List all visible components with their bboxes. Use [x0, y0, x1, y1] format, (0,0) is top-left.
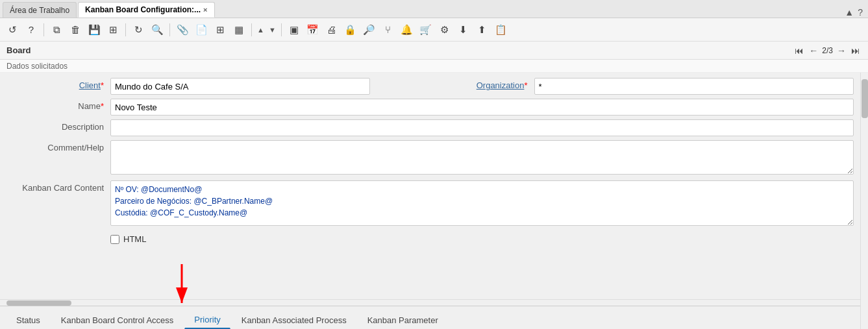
sub-header-text: Dados solicitados: [6, 62, 68, 71]
nav-first-icon[interactable]: ⏮: [793, 45, 805, 56]
board-header: Board ⏮ ← 2/3 → ⏭: [0, 42, 868, 60]
tab-kanban-config[interactable]: Kanban Board Configuration:... ×: [78, 2, 214, 18]
print-icon[interactable]: 🖨: [323, 21, 340, 38]
main-area: Client* Organization*: [0, 73, 860, 329]
tab-kanban-label: Kanban Board Configuration:...: [85, 5, 201, 14]
nav-prev-icon[interactable]: ←: [808, 45, 819, 56]
tab-priority[interactable]: Priority: [184, 311, 230, 329]
h-scroll-thumb: [6, 300, 71, 306]
main-toolbar: ↺ ? ⧉ 🗑 💾 ⊞ ↻ 🔍 📎 📄 ⊞ ▦ ▲ ▼ ▣ 📅 🖨 🔒 🔎 ⑂ …: [0, 18, 868, 42]
save-icon[interactable]: 💾: [86, 21, 103, 38]
sep2: [125, 23, 126, 36]
tree-icon[interactable]: ⑂: [380, 21, 397, 38]
refresh-icon[interactable]: ↻: [130, 21, 147, 38]
tab-kanban-param[interactable]: Kanban Parameter: [358, 311, 448, 329]
description-label: Description: [6, 119, 110, 132]
tab-kanban-control-label: Kanban Board Control Access: [61, 315, 173, 325]
name-req: *: [101, 101, 104, 111]
org-link[interactable]: Organization: [477, 80, 525, 90]
board-nav: ⏮ ← 2/3 → ⏭: [793, 45, 862, 56]
v-scrollbar[interactable]: [860, 73, 868, 329]
name-input[interactable]: [110, 99, 854, 116]
tab-area-de-trabalho[interactable]: Área de Trabalho: [3, 2, 77, 18]
tab-status[interactable]: Status: [6, 311, 50, 329]
name-label-text: Name: [78, 101, 101, 111]
comment-row: Comment/Help: [0, 140, 860, 177]
client-field: [110, 78, 370, 95]
form-content: Client* Organization*: [0, 73, 860, 299]
lock-icon[interactable]: 🔒: [342, 21, 359, 38]
nav-next-icon[interactable]: →: [836, 45, 847, 56]
client-req: *: [101, 80, 104, 90]
help-icon[interactable]: ?: [23, 21, 40, 38]
kanban-content-field: [110, 180, 854, 228]
v-scroll-thumb: [862, 79, 868, 118]
cart-icon[interactable]: 🛒: [417, 21, 434, 38]
sep5: [281, 23, 282, 36]
download-icon[interactable]: ⬇: [455, 21, 472, 38]
gear-icon[interactable]: ⚙: [436, 21, 453, 38]
kanban-content-label-text: Kanban Card Content: [22, 183, 104, 193]
kanban-content-label: Kanban Card Content: [6, 180, 110, 193]
comment-label: Comment/Help: [6, 140, 110, 152]
html-label: HTML: [123, 234, 146, 244]
sep4: [251, 23, 252, 36]
upload-icon[interactable]: ⬆: [474, 21, 491, 38]
delete-icon[interactable]: 🗑: [67, 21, 84, 38]
nav-last-icon[interactable]: ⏭: [850, 45, 862, 56]
copy-icon[interactable]: ⧉: [48, 21, 65, 38]
grid-icon[interactable]: ⊞: [212, 21, 229, 38]
description-label-text: Description: [62, 122, 104, 132]
topright-help-icon[interactable]: ?: [858, 7, 863, 18]
comment-field: [110, 140, 854, 177]
back-icon[interactable]: ↺: [4, 21, 21, 38]
client-input[interactable]: [110, 78, 370, 95]
tab-kanban-process[interactable]: Kanban Associated Process: [232, 311, 356, 329]
kanban-content-textarea[interactable]: [110, 180, 854, 226]
calendar-icon[interactable]: 📅: [304, 21, 321, 38]
tab-kanban-control[interactable]: Kanban Board Control Access: [51, 311, 183, 329]
board-title: Board: [6, 45, 31, 55]
client-label: Client*: [6, 78, 110, 90]
bell-icon[interactable]: 🔔: [399, 21, 415, 38]
org-field: [534, 78, 854, 95]
zoom-icon[interactable]: 🔎: [361, 21, 378, 38]
search-icon[interactable]: 🔍: [149, 21, 166, 38]
name-label: Name*: [6, 99, 110, 111]
name-row: Name*: [0, 99, 860, 116]
close-tab-icon[interactable]: ×: [203, 6, 207, 14]
kanban-content-row: Kanban Card Content: [0, 180, 860, 228]
client-col: Client*: [6, 78, 430, 95]
tab-kanban-process-label: Kanban Associated Process: [242, 315, 347, 325]
layout-icon[interactable]: ▦: [230, 21, 247, 38]
html-checkbox[interactable]: [110, 235, 119, 244]
tab-priority-label: Priority: [194, 315, 220, 324]
client-link[interactable]: Client: [79, 80, 101, 90]
report-icon[interactable]: 📄: [193, 21, 210, 38]
down-arrow-icon[interactable]: ▼: [267, 26, 277, 34]
description-field: [110, 119, 854, 136]
sub-header: Dados solicitados: [0, 60, 868, 73]
org-input[interactable]: [534, 78, 854, 95]
comment-label-text: Comment/Help: [47, 143, 104, 152]
tab-area-label: Área de Trabalho: [10, 6, 69, 15]
nav-count: 2/3: [822, 46, 833, 55]
org-req: *: [524, 80, 527, 90]
up-arrow-icon[interactable]: ▲: [256, 26, 266, 34]
page-wrapper: Área de Trabalho Kanban Board Configurat…: [0, 0, 868, 329]
tab-status-label: Status: [16, 315, 40, 325]
attachment-icon[interactable]: 📎: [174, 21, 191, 38]
html-row: HTML: [0, 232, 860, 247]
description-input[interactable]: [110, 119, 854, 136]
bottom-tab-bar: Status Kanban Board Control Access Prior…: [0, 306, 860, 329]
minimize-icon[interactable]: ▲: [845, 7, 854, 18]
name-field: [110, 99, 854, 116]
description-row: Description: [0, 119, 860, 136]
form-view-icon[interactable]: ▣: [286, 21, 303, 38]
clipboard-icon[interactable]: 📋: [493, 21, 510, 38]
top-right-controls: ▲ ?: [845, 7, 868, 18]
new-icon[interactable]: ⊞: [105, 21, 121, 38]
comment-textarea[interactable]: [110, 140, 854, 175]
h-scrollbar[interactable]: [0, 299, 860, 306]
sep3: [169, 23, 170, 36]
